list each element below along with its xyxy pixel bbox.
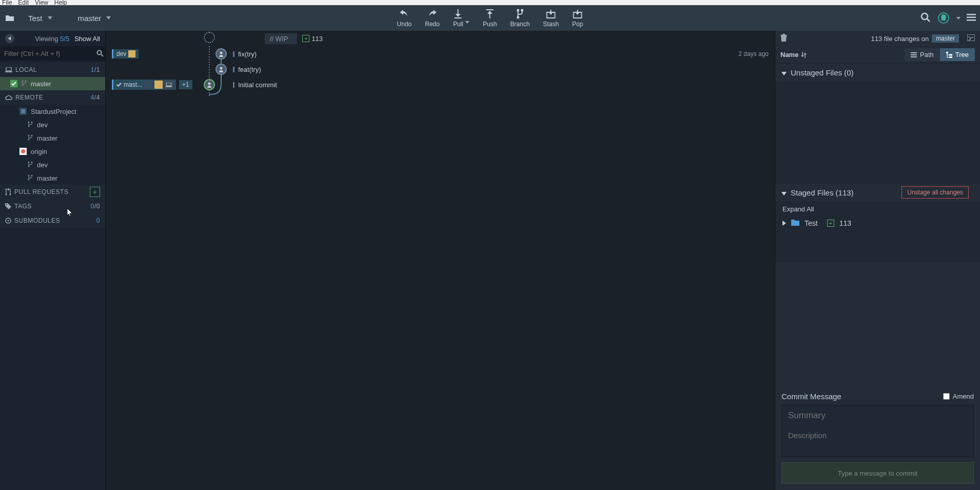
tree-item-count: 113 (839, 219, 851, 227)
unstaged-body (775, 81, 980, 184)
commit-row[interactable]: mast... +1 Initial commit (106, 77, 775, 92)
commit-node[interactable] (215, 48, 227, 60)
sort-name[interactable]: Name (780, 51, 807, 58)
profile-icon[interactable] (937, 11, 950, 25)
staged-header[interactable]: Staged Files (113) Unstage all changes (775, 184, 980, 201)
tree-item[interactable]: Test + 113 (775, 217, 980, 229)
tree-item-label: Test (805, 219, 818, 227)
branch-icon (28, 121, 33, 129)
amend-checkbox[interactable]: Amend (943, 393, 974, 400)
description-input[interactable] (782, 426, 973, 445)
menubar: File Edit View Help (0, 0, 980, 5)
svg-rect-40 (167, 83, 171, 86)
section-submodules[interactable]: SUBMODULES 0 (0, 213, 105, 228)
pull-caret-icon[interactable] (465, 21, 469, 24)
extra-count[interactable]: +1 (179, 80, 192, 89)
local-branch-master[interactable]: master (0, 77, 105, 90)
remote-origin[interactable]: origin (0, 145, 105, 158)
svg-rect-45 (911, 54, 917, 55)
remote-origin-dev[interactable]: dev (0, 158, 105, 171)
avatar-icon (154, 81, 163, 89)
section-tags[interactable]: TAGS 0/0 (0, 199, 105, 213)
remote-icon (19, 148, 27, 155)
section-submodules-label: SUBMODULES (14, 217, 60, 224)
unstaged-header[interactable]: Unstaged Files (0) (775, 64, 980, 81)
graph-area[interactable]: dev fix(try) 2 days ago feat(try) mast..… (106, 46, 775, 490)
svg-rect-44 (911, 52, 917, 53)
svg-point-10 (97, 51, 101, 55)
pull-button[interactable]: Pull (453, 8, 463, 28)
crumb-repo-label: Test (28, 14, 43, 23)
back-button[interactable] (5, 34, 14, 43)
wip-label[interactable]: // WIP (265, 33, 297, 44)
svg-point-38 (220, 52, 223, 54)
filter-input[interactable] (0, 50, 94, 57)
wip-node[interactable] (204, 32, 215, 43)
branch-tag-master[interactable]: mast... (112, 80, 176, 90)
local-branch-label: master (31, 80, 51, 88)
summary-input[interactable] (782, 405, 973, 426)
search-button[interactable] (920, 12, 931, 24)
list-icon (911, 52, 917, 57)
view-path-button[interactable]: Path (905, 48, 940, 61)
search-icon[interactable] (94, 50, 105, 57)
section-pull-requests[interactable]: PULL REQUESTS + (0, 185, 105, 199)
folder-icon (791, 219, 799, 227)
laptop-icon (165, 81, 173, 89)
redo-button[interactable]: Redo (425, 8, 440, 28)
crumb-branch[interactable]: master (69, 5, 121, 31)
stash-label: Stash (543, 21, 559, 28)
breadcrumb: Test master (19, 5, 120, 31)
view-tree-button[interactable]: Tree (940, 48, 975, 61)
commit-row[interactable]: feat(try) (106, 62, 775, 77)
pull-label: Pull (453, 21, 463, 28)
branch-button[interactable]: Branch (510, 8, 530, 28)
profile-caret-icon[interactable] (956, 17, 961, 19)
caret-down-icon (781, 68, 787, 77)
remote-stardust-master[interactable]: master (0, 131, 105, 145)
pop-icon (573, 8, 582, 19)
rp-header: Name Path Tree (775, 46, 980, 64)
remote-stardust[interactable]: StardustProject (0, 105, 105, 118)
show-all-button[interactable]: Show All (74, 35, 100, 43)
menu-button[interactable] (967, 14, 976, 23)
undo-button[interactable]: Undo (397, 8, 412, 28)
remote-origin-master[interactable]: master (0, 171, 105, 185)
push-label: Push (483, 21, 497, 28)
push-button[interactable]: Push (483, 8, 497, 28)
check-icon (10, 80, 17, 87)
section-local[interactable]: LOCAL 1/1 (0, 63, 105, 77)
sort-icon (801, 52, 807, 58)
amend-label: Amend (953, 393, 974, 400)
amend-input[interactable] (943, 393, 950, 400)
section-remote-label: REMOTE (15, 94, 43, 101)
discard-button[interactable] (780, 34, 787, 43)
pop-label: Pop (572, 21, 583, 28)
commit-node[interactable] (215, 64, 227, 75)
stage-all-button[interactable] (967, 34, 975, 43)
graph-panel: // WIP + 113 dev fix(try) 2 days ago (106, 31, 775, 490)
folder-button[interactable] (0, 5, 19, 31)
crumb-repo[interactable]: Test (19, 5, 62, 31)
branch-tag-dev[interactable]: dev (112, 49, 139, 58)
caret-down-icon (781, 188, 787, 197)
svg-point-1 (521, 9, 523, 12)
commit-row[interactable]: dev fix(try) 2 days ago (106, 46, 775, 62)
branch-icon (28, 174, 33, 182)
section-remote[interactable]: REMOTE 4/4 (0, 90, 105, 105)
pop-button[interactable]: Pop (572, 8, 583, 28)
pr-add-button[interactable]: + (90, 187, 100, 197)
remote-stardust-dev[interactable]: dev (0, 118, 105, 131)
unstage-all-button[interactable]: Unstage all changes (901, 186, 969, 199)
stash-icon (546, 8, 556, 19)
svg-rect-11 (6, 67, 11, 71)
wip-count: + 113 (302, 35, 323, 43)
commit-node[interactable] (204, 79, 215, 90)
avatar-icon (144, 81, 152, 89)
rp-top: 113 file changes on master (775, 31, 980, 46)
expand-all-button[interactable]: Expand All (775, 201, 980, 217)
file-changes-text: 113 file changes on (871, 35, 929, 43)
stash-button[interactable]: Stash (543, 8, 559, 28)
remote-branch-label: master (37, 134, 57, 142)
commit-button[interactable]: Type a message to commit (781, 462, 974, 484)
